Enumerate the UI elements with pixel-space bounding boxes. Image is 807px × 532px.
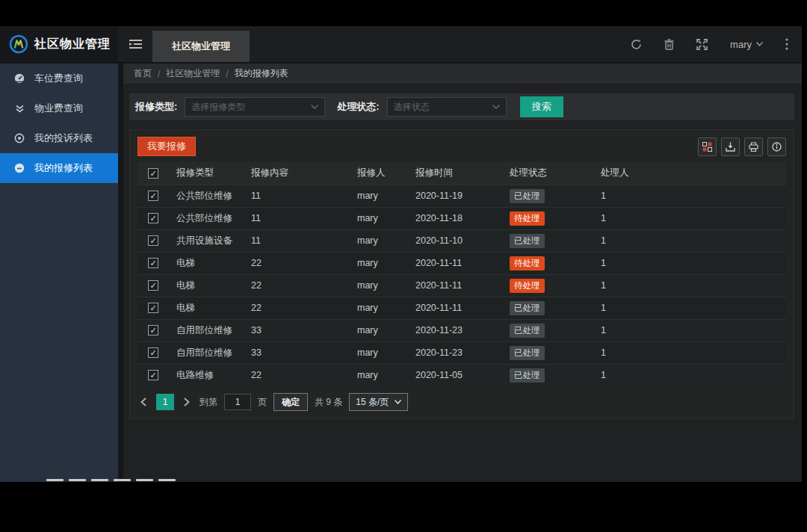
row-checkbox[interactable]: ✓ [148,370,158,380]
cell-handler: 1 [598,274,786,297]
status-badge: 已处理 [510,324,545,338]
table-header-row: ✓ 报修类型 报修内容 报修人 报修时间 处理状态 处理人 [137,162,786,185]
cell-time: 2020-11-11 [412,252,507,274]
table-row: ✓自用部位维修33mary2020-11-23已处理1 [137,341,786,364]
table-row: ✓公共部位维修11mary2020-11-18待处理1 [137,207,786,229]
col-header-content: 报修内容 [248,162,354,185]
columns-grid-icon[interactable] [698,137,717,156]
status-label: 处理状态: [337,100,379,114]
taskbar-dash [114,479,131,481]
table-toolbar: 我要报修 [137,137,786,156]
status-badge: 待处理 [510,256,545,270]
cell-reporter: mary [354,341,412,364]
cell-content: 22 [248,364,354,386]
status-placeholder: 选择状态 [394,101,430,114]
current-page-button[interactable]: 1 [156,394,174,410]
cell-time: 2020-11-05 [412,364,507,386]
chevron-down-icon [395,400,401,404]
taskbar-dash [158,479,176,481]
cell-handler: 1 [598,341,786,364]
printer-icon[interactable] [744,137,763,156]
user-menu[interactable]: mary [730,39,763,50]
table-row: ✓共用设施设备11mary2020-11-10已处理1 [137,229,786,252]
row-checkbox[interactable]: ✓ [148,280,158,291]
page-size-select[interactable]: 15 条/页 [349,393,408,411]
row-checkbox[interactable]: ✓ [148,258,158,268]
breadcrumb: 首页/社区物业管理/我的报修列表 [123,64,802,84]
breadcrumb-item-0[interactable]: 首页 [134,67,152,80]
content-area: 报修类型: 选择报修类型 处理状态: 选择状态 搜索 [123,84,802,482]
row-checkbox[interactable]: ✓ [148,303,158,313]
row-checkbox[interactable]: ✓ [148,191,158,201]
gauge-icon [13,73,25,84]
repair-type-select[interactable]: 选择报修类型 [185,97,325,117]
row-checkbox[interactable]: ✓ [148,347,158,358]
breadcrumb-separator: / [158,69,160,79]
sidebar-item-1[interactable]: 物业费查询 [0,93,118,123]
create-repair-button[interactable]: 我要报修 [137,137,196,156]
info-icon[interactable] [767,137,786,156]
page-unit-label: 页 [258,396,267,409]
status-badge: 已处理 [510,301,545,315]
cell-reporter: mary [354,297,412,319]
taskbar-remnant [46,479,176,481]
chevron-down-icon [492,105,500,109]
sidebar-item-3[interactable]: 我的报修列表 [0,153,118,183]
sidebar-divider [118,64,123,482]
cell-time: 2020-11-11 [412,297,507,319]
breadcrumb-item-1[interactable]: 社区物业管理 [166,67,220,80]
cell-status: 已处理 [507,185,598,207]
status-select[interactable]: 选择状态 [387,97,507,117]
next-page-icon[interactable] [181,398,193,406]
cell-handler: 1 [598,207,786,229]
cell-status: 已处理 [507,297,598,319]
row-checkbox[interactable]: ✓ [148,235,158,246]
sidebar-item-label: 我的投诉列表 [34,132,93,145]
cell-handler: 1 [598,297,786,319]
status-badge: 已处理 [510,234,545,248]
sidebar-item-2[interactable]: 我的投诉列表 [0,123,118,153]
refresh-icon[interactable] [631,39,642,50]
goto-page-input[interactable] [224,394,251,410]
cell-status: 待处理 [507,207,598,229]
tab-community-property[interactable]: 社区物业管理 [152,31,250,62]
trash-icon[interactable] [664,39,674,50]
cell-type: 电路维修 [173,364,248,386]
col-header-reporter: 报修人 [354,162,412,185]
cell-type: 自用部位维修 [173,341,248,364]
app-logo-icon [9,34,28,54]
cell-type: 电梯 [173,274,248,297]
sidebar-item-0[interactable]: 车位费查询 [0,64,118,93]
export-icon[interactable] [721,137,740,156]
filter-bar: 报修类型: 选择报修类型 处理状态: 选择状态 搜索 [129,93,794,120]
cell-content: 33 [248,319,354,341]
cell-type: 电梯 [173,252,248,274]
cell-content: 22 [248,252,354,274]
page-size-value: 15 条/页 [356,396,389,409]
app-window: 社区物业管理 社区物业管理 [0,26,802,482]
sidebar-collapse-icon[interactable] [118,26,152,62]
sidebar-item-label: 物业费查询 [34,102,83,115]
cell-content: 11 [248,185,354,207]
breadcrumb-item-2[interactable]: 我的报修列表 [235,67,288,80]
screen-bezel: 社区物业管理 社区物业管理 [0,0,807,532]
cell-reporter: mary [354,364,412,386]
cell-time: 2020-11-11 [412,274,507,297]
select-all-checkbox[interactable]: ✓ [148,168,158,179]
cell-content: 22 [248,274,354,297]
goto-confirm-button[interactable]: 确定 [273,393,308,411]
fullscreen-icon[interactable] [696,39,708,50]
cell-status: 已处理 [507,364,598,386]
sidebar-item-label: 我的报修列表 [34,161,93,175]
col-header-status: 处理状态 [507,162,598,185]
row-checkbox[interactable]: ✓ [148,213,158,223]
cell-reporter: mary [354,185,412,207]
search-button[interactable]: 搜索 [520,96,563,117]
row-checkbox[interactable]: ✓ [148,325,158,335]
taskbar-dash [46,479,64,481]
kebab-menu-icon[interactable] [785,38,788,50]
cell-status: 待处理 [507,252,598,274]
status-badge: 已处理 [510,189,545,203]
prev-page-icon[interactable] [137,398,149,406]
sidebar-nav: 车位费查询物业费查询我的投诉列表我的报修列表 [0,64,118,482]
